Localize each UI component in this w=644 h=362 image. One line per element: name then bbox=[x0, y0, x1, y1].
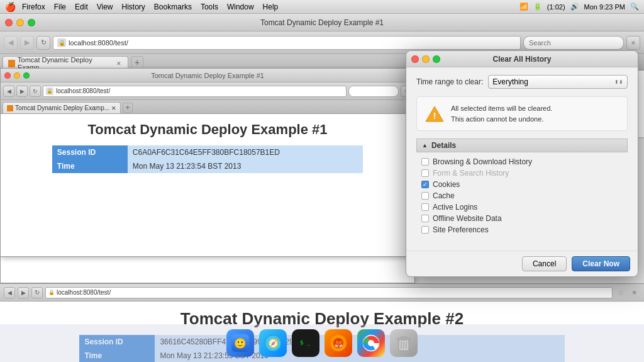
second-address-icon: 🔒 bbox=[46, 88, 53, 95]
forward-button[interactable]: ▶ bbox=[20, 36, 34, 50]
cb-browsing-icon[interactable] bbox=[421, 158, 429, 166]
svg-text:🙂: 🙂 bbox=[234, 337, 247, 349]
nav-right: ≡ bbox=[523, 36, 640, 50]
clear-history-dialog[interactable]: Clear All History Time range to clear: E… bbox=[406, 50, 638, 277]
menu-view[interactable]: View bbox=[97, 3, 113, 11]
second-close-button[interactable] bbox=[4, 72, 11, 79]
select-arrow-icon: ⬆⬇ bbox=[614, 79, 623, 85]
tab-close-button[interactable]: ✕ bbox=[116, 60, 123, 67]
menu-items: Firefox File Edit View History Bookmarks… bbox=[22, 3, 278, 11]
dialog-controls bbox=[411, 55, 440, 63]
checkbox-browsing[interactable]: Browsing & Download History bbox=[416, 156, 628, 167]
volume-icon: 🔊 bbox=[570, 3, 579, 11]
second-search-box[interactable] bbox=[348, 86, 399, 97]
battery-icon: 🔋 bbox=[533, 3, 542, 11]
checkbox-offline[interactable]: Offline Website Data bbox=[416, 213, 628, 224]
time-range-select[interactable]: Everything ⬆⬇ bbox=[488, 75, 628, 89]
cancel-button[interactable]: Cancel bbox=[522, 256, 567, 271]
menu-history[interactable]: History bbox=[122, 3, 145, 11]
new-tab-button[interactable]: + bbox=[131, 56, 143, 69]
dock-safari[interactable]: 🧭 bbox=[259, 329, 287, 357]
cb-siteprefs-icon[interactable] bbox=[421, 226, 429, 234]
time-range-label: Time range to clear: bbox=[416, 77, 483, 86]
second-page-content: Tomcat Dynamic Deploy Example #1 Session… bbox=[1, 114, 414, 181]
battery-time: (1:02) bbox=[547, 3, 565, 11]
svg-text:🧭: 🧭 bbox=[268, 338, 279, 349]
second-minimize-button[interactable] bbox=[14, 72, 20, 79]
menu-file[interactable]: File bbox=[54, 3, 66, 11]
warning-triangle-icon: ! bbox=[425, 105, 445, 123]
dock-terminal[interactable]: $ _ bbox=[292, 329, 319, 357]
second-tab-close[interactable]: ✕ bbox=[111, 105, 116, 111]
dialog-max-button[interactable] bbox=[433, 55, 440, 63]
reload-button[interactable]: ↻ bbox=[36, 36, 50, 50]
cb-activelogins-icon[interactable] bbox=[421, 203, 429, 211]
menu-edit[interactable]: Edit bbox=[75, 3, 88, 11]
second-maximize-button[interactable] bbox=[23, 72, 30, 79]
checkbox-active-logins[interactable]: Active Logins bbox=[416, 201, 628, 213]
cb-siteprefs-label: Site Preferences bbox=[433, 225, 489, 234]
time-value: Mon May 13 21:23:54 BST 2013 bbox=[128, 159, 363, 173]
apple-menu[interactable]: 🍎 bbox=[5, 2, 16, 12]
second-new-tab-button[interactable]: + bbox=[123, 103, 133, 113]
cb-cache-icon[interactable] bbox=[421, 192, 429, 200]
main-minimize-button[interactable] bbox=[16, 19, 24, 26]
session-label: Session ID bbox=[52, 145, 128, 159]
menu-tools[interactable]: Tools bbox=[201, 3, 218, 11]
main-window-controls bbox=[5, 19, 35, 26]
front3-lock-icon: 🔒 bbox=[48, 290, 55, 295]
menu-window[interactable]: Window bbox=[227, 3, 254, 11]
cb-cookies-icon[interactable]: ✓ bbox=[421, 181, 429, 188]
front3-menu[interactable]: ≡ bbox=[629, 287, 640, 298]
front3-fwd[interactable]: ▶ bbox=[18, 287, 29, 298]
details-header[interactable]: ▲ Details bbox=[416, 139, 628, 152]
second-address-bar[interactable]: 🔒 localhost:8080/test/ bbox=[43, 86, 347, 97]
address-bar[interactable]: 🔒 localhost:8080/test/ bbox=[53, 36, 521, 50]
menu-help[interactable]: Help bbox=[263, 3, 279, 11]
cb-browsing-label: Browsing & Download History bbox=[433, 157, 532, 166]
dock-chrome[interactable] bbox=[357, 329, 385, 357]
clear-now-button[interactable]: Clear Now bbox=[572, 256, 630, 271]
dock-finder[interactable]: 🙂 bbox=[226, 329, 254, 357]
warning-line1: All selected items will be cleared. bbox=[451, 103, 552, 114]
back-button[interactable]: ◀ bbox=[4, 36, 18, 50]
cb-cache-label: Cache bbox=[433, 191, 455, 200]
menu-bookmarks[interactable]: Bookmarks bbox=[154, 3, 192, 11]
checkbox-site-prefs[interactable]: Site Preferences bbox=[416, 224, 628, 235]
second-tab[interactable]: Tomcat Dynamic Deploy Examp... ✕ bbox=[3, 102, 121, 113]
front3-bookmark[interactable]: ☆ bbox=[615, 287, 626, 298]
svg-text:🦊: 🦊 bbox=[334, 339, 343, 348]
dock-firefox[interactable]: 🦊 bbox=[325, 329, 352, 357]
search-icon[interactable]: 🔍 bbox=[630, 3, 639, 11]
checkbox-cookies[interactable]: ✓ Cookies bbox=[416, 179, 628, 190]
second-forward-button[interactable]: ▶ bbox=[16, 86, 28, 97]
dialog-close-button[interactable] bbox=[411, 55, 419, 63]
dialog-title: Clear All History bbox=[493, 55, 552, 64]
front3-address[interactable]: 🔒 localhost:8080/test/ bbox=[45, 287, 613, 298]
dialog-min-button[interactable] bbox=[422, 55, 430, 63]
main-maximize-button[interactable] bbox=[28, 19, 35, 26]
menu-bar: 🍎 Firefox File Edit View History Bookmar… bbox=[0, 0, 644, 14]
checkbox-cache[interactable]: Cache bbox=[416, 190, 628, 201]
time-label: Time bbox=[52, 159, 128, 173]
cb-offline-label: Offline Website Data bbox=[433, 214, 502, 223]
front3-back[interactable]: ◀ bbox=[4, 287, 15, 298]
cb-form-icon bbox=[421, 169, 429, 177]
second-info-table: Session ID C6A0AF6C31C64E5FF380BFC18057B… bbox=[52, 145, 363, 173]
reader-button[interactable]: ≡ bbox=[626, 36, 640, 50]
front3-reload[interactable]: ↻ bbox=[31, 287, 43, 298]
cb-activelogins-label: Active Logins bbox=[433, 203, 477, 212]
svg-text:$ _: $ _ bbox=[300, 339, 311, 346]
time-range-value: Everything bbox=[492, 77, 528, 86]
main-window-title: Tomcat Dynamic Deploy Example #1 bbox=[260, 18, 384, 27]
details-arrow-icon: ▲ bbox=[422, 142, 428, 149]
menu-firefox[interactable]: Firefox bbox=[22, 3, 45, 11]
dock-trash[interactable] bbox=[390, 329, 418, 357]
second-back-button[interactable]: ◀ bbox=[3, 86, 14, 97]
dialog-footer: Cancel Clear Now bbox=[406, 251, 638, 276]
search-box[interactable] bbox=[523, 36, 624, 50]
second-reload-button[interactable]: ↻ bbox=[30, 86, 41, 97]
wifi-icon: 📶 bbox=[519, 3, 528, 11]
main-close-button[interactable] bbox=[5, 19, 13, 26]
cb-offline-icon[interactable] bbox=[421, 215, 429, 222]
